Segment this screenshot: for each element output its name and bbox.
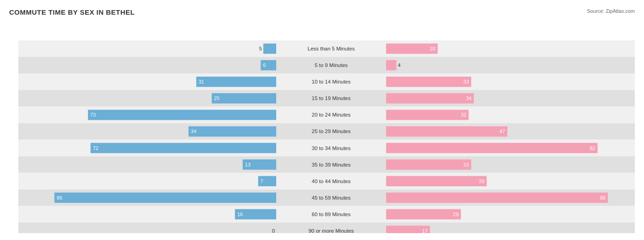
male-bar	[88, 110, 276, 120]
male-value-label: 6	[263, 62, 266, 68]
female-bar	[386, 110, 469, 120]
female-bar	[386, 193, 608, 203]
row-label: 5 to 9 Minutes	[315, 62, 348, 68]
row-label: 90 or more Minutes	[308, 228, 354, 233]
row-label: 15 to 19 Minutes	[311, 95, 350, 101]
male-bar	[196, 77, 276, 87]
row-label: 45 to 59 Minutes	[311, 195, 350, 201]
female-value-label: 34	[466, 95, 471, 101]
female-value-label: 32	[461, 112, 466, 117]
male-value-label: 73	[90, 112, 96, 117]
bar-chart: Less than 5 Minutes5205 to 9 Minutes6410…	[9, 20, 635, 233]
chart-title: COMMUTE TIME BY SEX IN BETHEL	[9, 8, 635, 16]
male-value-label: 31	[198, 79, 204, 84]
row-label: 20 to 24 Minutes	[311, 112, 350, 117]
male-bar	[263, 44, 276, 54]
female-bar	[386, 143, 598, 153]
female-value-label: 33	[464, 79, 469, 84]
female-bar	[386, 60, 397, 70]
male-value-label: 16	[237, 212, 243, 217]
row-label: 30 to 34 Minutes	[311, 145, 350, 151]
female-bar	[386, 209, 461, 219]
female-value-label: 82	[589, 145, 595, 151]
male-value-label: 7	[261, 179, 263, 184]
male-value-label: 86	[57, 195, 62, 201]
female-value-label: 86	[600, 195, 606, 201]
male-bar	[189, 126, 276, 136]
row-label: 40 to 44 Minutes	[311, 179, 350, 184]
row-label: 25 to 29 Minutes	[311, 128, 350, 134]
female-bar	[386, 126, 508, 136]
male-value-label: 13	[245, 162, 251, 167]
female-bar	[386, 176, 487, 186]
female-value-label: 47	[499, 128, 505, 134]
male-value-label: 25	[214, 95, 219, 101]
row-label: 35 to 39 Minutes	[311, 162, 350, 167]
row-label: 60 to 89 Minutes	[311, 212, 350, 217]
male-bar	[91, 143, 276, 153]
female-value-label: 39	[479, 179, 484, 184]
male-bar	[55, 193, 276, 203]
female-value-label: 4	[398, 62, 401, 68]
female-value-label: 20	[430, 46, 435, 51]
row-label: Less than 5 Minutes	[308, 46, 355, 51]
female-value-label: 29	[453, 212, 458, 217]
male-value-label: 72	[93, 145, 98, 151]
row-label: 10 to 14 Minutes	[311, 79, 350, 84]
female-bar	[386, 159, 471, 169]
female-value-label: 17	[422, 228, 427, 233]
male-bar	[212, 93, 276, 103]
male-value-label: 5	[259, 46, 262, 51]
male-value-label: 0	[272, 228, 275, 233]
source-label: Source: ZipAtlas.com	[587, 8, 635, 14]
female-bar	[386, 93, 474, 103]
female-bar	[386, 77, 471, 87]
male-value-label: 34	[191, 128, 196, 134]
female-value-label: 33	[464, 162, 469, 167]
chart-container: COMMUTE TIME BY SEX IN BETHEL Source: Zi…	[0, 0, 644, 240]
